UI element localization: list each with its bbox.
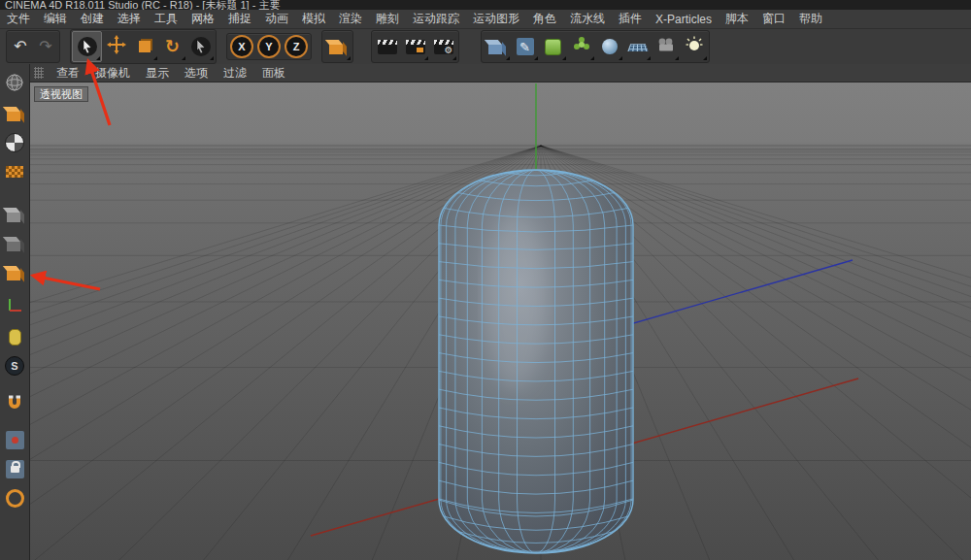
menu-sculpt[interactable]: 雕刻 bbox=[369, 11, 406, 27]
edit-render-settings-button[interactable]: ⚙ bbox=[429, 32, 457, 61]
floor-grid-icon bbox=[627, 44, 648, 51]
left-mode-palette: S bbox=[0, 64, 30, 560]
menu-mesh[interactable]: 网格 bbox=[184, 11, 221, 27]
cinema4d-window: CINEMA 4D R18.011 Studio (RC - R18) - [未… bbox=[0, 0, 971, 65]
undo-button[interactable]: ↶ bbox=[8, 32, 33, 61]
render-view-button[interactable] bbox=[373, 32, 401, 61]
menu-plugins[interactable]: 插件 bbox=[612, 11, 649, 27]
render-settings-icon: ⚙ bbox=[434, 40, 453, 54]
move-tool-button[interactable] bbox=[102, 32, 130, 61]
menu-snap[interactable]: 捕捉 bbox=[221, 11, 258, 27]
live-selection-button[interactable] bbox=[72, 31, 102, 62]
add-spline-button[interactable]: ✎ bbox=[511, 32, 539, 61]
menu-character[interactable]: 角色 bbox=[526, 11, 563, 27]
last-tool-icon bbox=[191, 37, 211, 56]
menu-window[interactable]: 窗口 bbox=[755, 11, 792, 27]
viewport-menu-cameras[interactable]: 摄像机 bbox=[87, 65, 138, 82]
checker-sphere-icon bbox=[5, 133, 24, 152]
viewport-menu-options[interactable]: 选项 bbox=[177, 65, 216, 82]
menu-help[interactable]: 帮助 bbox=[792, 11, 829, 27]
viewport-label: 透视视图 bbox=[34, 86, 88, 102]
add-light-button[interactable] bbox=[680, 32, 708, 61]
soft-selection-button[interactable]: S bbox=[2, 353, 27, 379]
orange-ring-icon bbox=[6, 489, 24, 508]
polygons-mode-icon bbox=[7, 271, 20, 280]
menu-simulate[interactable]: 模拟 bbox=[295, 11, 332, 27]
menu-xparticles[interactable]: X-Particles bbox=[649, 13, 719, 26]
menu-select[interactable]: 选择 bbox=[111, 11, 148, 27]
edges-mode-button[interactable] bbox=[2, 231, 27, 256]
lock-workplane-button[interactable] bbox=[2, 456, 27, 481]
redo-button[interactable]: ↷ bbox=[33, 32, 58, 61]
add-environment-button[interactable] bbox=[595, 32, 623, 61]
coordinate-system-button[interactable] bbox=[323, 32, 352, 61]
texture-mode-button[interactable] bbox=[2, 130, 27, 155]
globe-icon bbox=[5, 73, 24, 96]
s-badge-icon: S bbox=[5, 356, 24, 376]
menu-edit[interactable]: 编辑 bbox=[37, 11, 74, 27]
move-tool-icon bbox=[107, 35, 126, 58]
scale-tool-button[interactable] bbox=[130, 32, 158, 61]
render-picture-viewer-icon bbox=[406, 40, 425, 54]
rotate-tool-icon: ↻ bbox=[165, 38, 180, 55]
light-bulb-icon bbox=[686, 36, 703, 57]
viewport-menu-view[interactable]: 查看 bbox=[49, 65, 87, 82]
undo-icon: ↶ bbox=[14, 39, 26, 54]
menubar: 文件 编辑 创建 选择 工具 网格 捕捉 动画 模拟 渲染 雕刻 运动跟踪 运动… bbox=[0, 10, 971, 29]
viewport-menubar-handle[interactable] bbox=[34, 67, 44, 79]
last-tool-button[interactable] bbox=[186, 32, 215, 61]
history-group: ↶ ↷ bbox=[6, 30, 60, 63]
add-camera-button[interactable] bbox=[652, 32, 680, 61]
axis-lock-group: X Y Z bbox=[226, 33, 312, 60]
window-title: CINEMA 4D R18.011 Studio (RC - R18) - [未… bbox=[5, 0, 971, 10]
record-state-button[interactable] bbox=[2, 427, 27, 452]
rotate-tool-button[interactable]: ↻ bbox=[158, 32, 186, 61]
magnet-icon bbox=[6, 394, 23, 415]
enable-axis-button[interactable] bbox=[2, 295, 27, 320]
menu-animate[interactable]: 动画 bbox=[258, 11, 295, 27]
coordinate-cube-icon bbox=[329, 45, 343, 54]
axis-y-lock-button[interactable]: Y bbox=[257, 35, 281, 58]
axis-z-lock-button[interactable]: Z bbox=[285, 35, 308, 58]
cube-icon bbox=[488, 45, 502, 54]
points-mode-button[interactable] bbox=[2, 202, 27, 227]
scene-3d-capsule bbox=[29, 82, 971, 560]
model-mode-button[interactable] bbox=[2, 101, 27, 126]
live-selection-icon bbox=[78, 37, 97, 56]
add-cube-button[interactable] bbox=[483, 32, 511, 61]
perspective-viewport[interactable]: 透视视图 bbox=[29, 82, 971, 560]
checker-tile-icon bbox=[6, 166, 23, 178]
window-titlebar: CINEMA 4D R18.011 Studio (RC - R18) - [未… bbox=[0, 0, 971, 10]
menu-mograph[interactable]: 运动图形 bbox=[466, 11, 526, 27]
environment-sphere-icon bbox=[602, 39, 618, 54]
redo-icon: ↷ bbox=[39, 39, 51, 54]
axis-x-lock-button[interactable]: X bbox=[230, 35, 253, 58]
menu-file[interactable]: 文件 bbox=[0, 11, 37, 27]
planar-workplane-button[interactable] bbox=[2, 485, 27, 511]
edges-mode-icon bbox=[7, 242, 20, 251]
menu-pipeline[interactable]: 流水线 bbox=[563, 11, 612, 27]
points-mode-icon bbox=[7, 213, 20, 222]
menu-script[interactable]: 脚本 bbox=[719, 11, 755, 27]
viewport-menu-filter[interactable]: 过滤 bbox=[216, 65, 254, 82]
render-group: ⚙ bbox=[371, 30, 459, 63]
deformer-icon bbox=[573, 36, 590, 57]
convert-object-button[interactable] bbox=[2, 72, 27, 97]
tweak-mode-button[interactable] bbox=[2, 324, 27, 349]
add-deformer-button[interactable] bbox=[567, 32, 595, 61]
render-picture-viewer-button[interactable] bbox=[401, 32, 429, 61]
model-mode-icon bbox=[7, 112, 20, 121]
menu-motion-tracker[interactable]: 运动跟踪 bbox=[406, 11, 466, 27]
lock-icon bbox=[6, 460, 24, 478]
viewport-menu-panel[interactable]: 面板 bbox=[254, 65, 293, 82]
menu-create[interactable]: 创建 bbox=[74, 11, 111, 27]
add-floor-button[interactable] bbox=[623, 32, 652, 61]
workplane-mode-button[interactable] bbox=[2, 159, 27, 184]
viewport-menu-display[interactable]: 显示 bbox=[138, 65, 177, 82]
menu-tools[interactable]: 工具 bbox=[148, 11, 184, 27]
polygons-mode-button[interactable] bbox=[2, 260, 27, 285]
add-subdivision-button[interactable] bbox=[539, 32, 567, 61]
snap-button[interactable] bbox=[2, 392, 27, 417]
camera-icon bbox=[656, 38, 676, 56]
menu-render[interactable]: 渲染 bbox=[332, 11, 369, 27]
